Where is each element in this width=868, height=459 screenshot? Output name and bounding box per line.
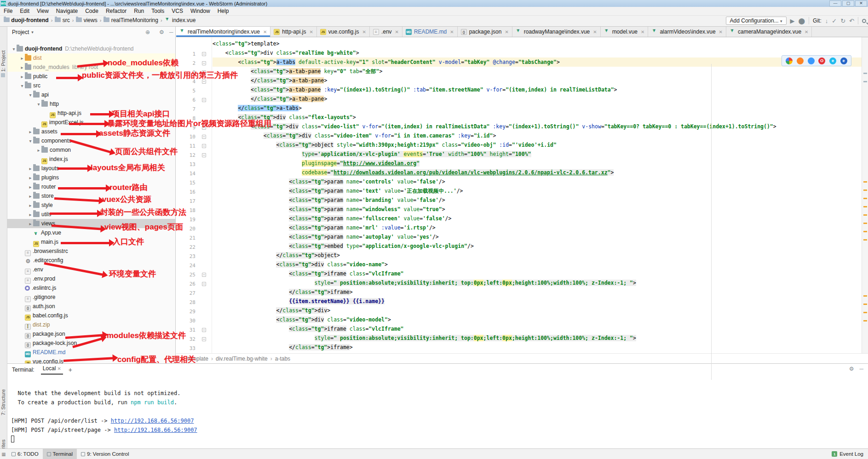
close-icon[interactable]: ✕ [57, 366, 61, 371]
stripe-mark[interactable] [863, 312, 867, 313]
chevron-right-icon[interactable]: ▸ [28, 127, 33, 137]
chevron-down-icon[interactable]: ▾ [19, 81, 25, 91]
opera-browser-icon[interactable]: O [818, 57, 825, 64]
tree-item-http[interactable]: ▾http [7, 99, 176, 109]
edge-browser-icon[interactable]: e [840, 57, 847, 64]
stripe-mark[interactable] [863, 73, 867, 74]
event-log-icon[interactable]: 1 [832, 451, 837, 457]
editor-tab-alarmVideos-index.vue[interactable]: alarmVideos\index.vue✕ [648, 27, 726, 37]
chevron-right-icon[interactable]: ▸ [28, 192, 33, 201]
close-icon[interactable]: ✕ [309, 29, 313, 34]
tree-item-plugins[interactable]: ▸plugins [7, 173, 176, 182]
close-icon[interactable]: ✕ [395, 29, 399, 34]
chevron-down-icon[interactable]: ▾ [28, 137, 33, 146]
chrome-browser-icon[interactable] [786, 57, 793, 64]
terminal-hide-icon[interactable]: ─ [859, 366, 863, 372]
statusbar-item-9-version-control[interactable]: 9: Version Control [77, 449, 133, 459]
fold-marker-icon[interactable]: − [202, 273, 206, 277]
chevron-right-icon[interactable]: ▸ [19, 63, 25, 72]
close-icon[interactable]: ✕ [362, 29, 366, 34]
menu-item-view[interactable]: View [33, 8, 52, 14]
git-update-icon[interactable]: ↓ [825, 17, 828, 24]
tree-item-api[interactable]: ▾api [7, 90, 176, 99]
project-panel-header[interactable]: Project▾ ⊕ ⚙ ─ [7, 27, 175, 38]
chevron-down-icon[interactable]: ▾ [36, 100, 41, 109]
fold-marker-icon[interactable]: − [202, 153, 206, 157]
close-icon[interactable]: ✕ [450, 29, 454, 34]
fold-marker-icon[interactable]: − [202, 98, 206, 102]
editor-tab-README.md[interactable]: MDREADME.md✕ [402, 27, 458, 37]
editor-breadcrumb-a-tabs[interactable]: a-tabs [275, 356, 290, 362]
editor-breadcrumb-div.realTime.bg-white[interactable]: div.realTime.bg-white [216, 356, 268, 362]
terminal-tab-local[interactable]: Local✕ [41, 365, 63, 375]
menu-item-code[interactable]: Code [81, 8, 102, 14]
tree-item-router[interactable]: ▸router [7, 182, 176, 191]
chevron-down-icon[interactable]: ▾ [11, 45, 17, 54]
editor-tab-package.json[interactable]: {}package.json✕ [458, 27, 512, 37]
menu-item-vcs[interactable]: VCS [168, 8, 187, 14]
terminal-output[interactable]: Note that the development build is not o… [7, 376, 868, 444]
stripe-mark[interactable] [863, 223, 867, 224]
hide-panel-icon[interactable]: ─ [169, 29, 173, 35]
code-area[interactable]: <class="tg">template> <class="tg">div cl… [213, 37, 862, 353]
close-icon[interactable]: ✕ [719, 29, 723, 34]
event-log-label[interactable]: Event Log [839, 451, 863, 457]
breadcrumb-item-duoji-frontend[interactable]: duoji-frontend [4, 17, 49, 23]
tree-item-.eslintrc.js[interactable]: .eslintrc.js [7, 283, 176, 293]
editor-tab-model.vue[interactable]: model.vue✕ [601, 27, 649, 37]
menu-item-edit[interactable]: Edit [16, 8, 33, 14]
statusbar-item-6-todo[interactable]: 6: TODO [7, 449, 43, 459]
stripe-mark[interactable] [863, 320, 867, 321]
terminal-settings-gear-icon[interactable]: ⚙ [849, 366, 854, 372]
minimize-button[interactable]: — [829, 0, 841, 6]
breadcrumb-item-src[interactable]: src [55, 17, 69, 23]
editor-tab-realTimeMonitoring-index.vue[interactable]: realTimeMonitoring\index.vue✕ [176, 27, 270, 37]
close-icon[interactable]: ✕ [593, 29, 597, 34]
tree-item-babel.config.js[interactable]: JSbabel.config.js [7, 311, 176, 320]
close-button[interactable]: ✕ [855, 0, 867, 6]
editor-tab-vue.config.js[interactable]: JSvue.config.js✕ [317, 27, 370, 37]
stripe-mark[interactable] [863, 295, 867, 297]
tool-stripe-structure[interactable]: 7: Structure [0, 389, 6, 415]
breadcrumb-item-views[interactable]: views [76, 17, 97, 23]
chevron-right-icon[interactable]: ▸ [28, 164, 33, 173]
stripe-mark[interactable] [863, 214, 867, 216]
chevron-right-icon[interactable]: ▸ [28, 210, 33, 219]
editor-tab-cameraManage-index.vue[interactable]: cameraManage\index.vue✕ [726, 27, 812, 37]
stripe-mark[interactable] [863, 181, 867, 183]
tree-item-duoji-frontend[interactable]: ▾duoji-frontendD:\zheheWeb\duoji-fronten… [7, 44, 176, 53]
menu-item-file[interactable]: File [0, 8, 16, 14]
chevron-right-icon[interactable]: ▸ [28, 219, 33, 229]
tree-item-auth.json[interactable]: {}auth.json [7, 302, 176, 311]
chevron-right-icon[interactable]: ▸ [19, 72, 25, 81]
tree-item-.editorconfig[interactable]: ⚙.editorconfig [7, 256, 176, 265]
firefox-browser-icon[interactable] [797, 57, 804, 64]
tree-item-src[interactable]: ▾src [7, 81, 176, 90]
fold-marker-icon[interactable]: − [202, 52, 206, 56]
git-history-icon[interactable]: ↻ [840, 17, 845, 24]
close-icon[interactable]: ✕ [505, 29, 508, 34]
debug-button[interactable]: ⬤ [799, 17, 805, 24]
settings-gear-icon[interactable]: ⚙ [159, 29, 164, 35]
maximize-button[interactable]: ▢ [842, 0, 854, 6]
stripe-mark[interactable] [863, 189, 867, 191]
stripe-mark[interactable] [863, 81, 867, 82]
chevron-right-icon[interactable]: ▸ [28, 173, 33, 183]
editor-tab-http-api.js[interactable]: JShttp-api.js✕ [270, 27, 316, 37]
menu-item-tools[interactable]: Tools [148, 8, 168, 14]
ie-browser-icon[interactable]: e [829, 57, 836, 64]
editor-tab-.env[interactable]: ≡.env✕ [370, 27, 402, 37]
fold-marker-icon[interactable]: − [202, 135, 206, 139]
fold-marker-icon[interactable]: − [202, 337, 206, 341]
menu-item-window[interactable]: Window [187, 8, 214, 14]
stripe-mark[interactable] [863, 231, 867, 232]
statusbar-item-terminal[interactable]: Terminal [43, 449, 77, 459]
add-configuration-button[interactable]: Add Configuration... ▾ [726, 17, 787, 25]
tool-windows-toggle-icon[interactable]: ▦ [0, 452, 7, 457]
error-stripe[interactable] [862, 37, 868, 353]
tree-item-.gitignore[interactable]: ≡.gitignore [7, 293, 176, 302]
stripe-mark[interactable] [863, 206, 867, 207]
fold-marker-icon[interactable]: − [202, 144, 206, 148]
locate-file-icon[interactable]: ⊕ [145, 29, 150, 35]
close-icon[interactable]: ✕ [805, 29, 808, 34]
